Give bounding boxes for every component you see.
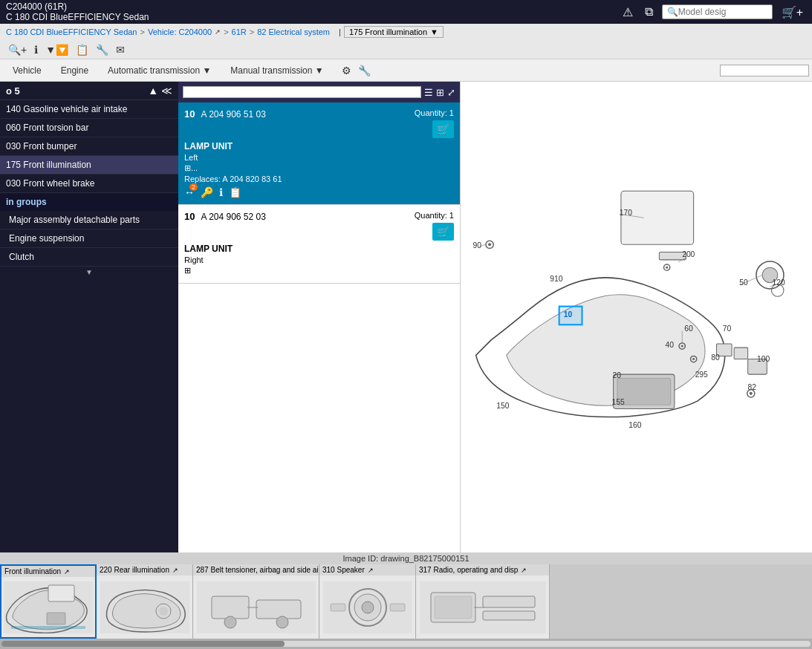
part-pos-1: 10 bbox=[184, 108, 195, 120]
add-to-cart-2[interactable]: 🛒 bbox=[432, 223, 454, 241]
sidebar-item-torsion[interactable]: 060 Front torsion bar bbox=[0, 119, 178, 137]
add-to-cart-1[interactable]: 🛒 bbox=[432, 120, 454, 138]
chevron-down-icon: ▼ bbox=[430, 27, 438, 36]
scrollbar-track bbox=[1, 641, 811, 647]
illumination-dropdown[interactable]: 175 Front illumination ▼ bbox=[344, 26, 444, 38]
svg-text:60: 60 bbox=[684, 324, 693, 333]
cart-button[interactable]: 🛒+ bbox=[779, 4, 806, 21]
svg-text:80: 80 bbox=[711, 353, 720, 362]
grid-view-icon[interactable]: ⊞ bbox=[436, 87, 444, 98]
thumb-item-4[interactable]: 310 Speaker ↗ bbox=[319, 564, 416, 639]
image-id-bar: Image ID: drawing_B82175000151 bbox=[0, 552, 812, 564]
main-layout: o 5 ▲ ≪ 140 Gasoline vehicle air intake … bbox=[0, 82, 812, 552]
parts-search-input[interactable] bbox=[183, 86, 421, 98]
svg-rect-63 bbox=[331, 604, 345, 611]
breadcrumb-link-1[interactable]: C 180 CDI BlueEFFICIENCY Sedan bbox=[6, 27, 137, 36]
info-button[interactable]: ℹ bbox=[32, 43, 40, 56]
part-grid-icon-2: ⊞ bbox=[184, 266, 454, 275]
sidebar-subitem-major-assembly[interactable]: Major assembly detachable parts bbox=[0, 211, 178, 229]
thumb-label-1: Front illumination ↗ bbox=[1, 566, 95, 577]
nav-icon-2[interactable]: 🔧 bbox=[356, 64, 373, 77]
breadcrumb-link-3[interactable]: 61R bbox=[232, 27, 247, 36]
thumb-item-2[interactable]: 220 Rear illumination ↗ bbox=[97, 564, 193, 639]
svg-text:50: 50 bbox=[739, 278, 748, 287]
info-action-btn[interactable]: ℹ bbox=[219, 186, 223, 198]
scrollbar-thumb[interactable] bbox=[1, 641, 285, 647]
section-label: in groups bbox=[6, 197, 47, 207]
top-bar-actions: ⚠ ⧉ 🔍 🛒+ bbox=[620, 4, 806, 21]
warning-button[interactable]: ⚠ bbox=[620, 4, 636, 21]
sidebar-item-label: 060 Front torsion bar bbox=[6, 123, 88, 133]
svg-text:160: 160 bbox=[629, 421, 641, 429]
bottom-strip: Image ID: drawing_B82175000151 Front ill… bbox=[0, 552, 812, 649]
model-search-box[interactable]: 🔍 bbox=[662, 4, 773, 19]
sidebar-item-bumper[interactable]: 030 Front bumper bbox=[0, 137, 178, 156]
nav-search-input[interactable] bbox=[720, 65, 809, 76]
thumb-img-4 bbox=[319, 575, 415, 639]
svg-point-62 bbox=[362, 601, 374, 613]
clipboard-button[interactable]: 📋 bbox=[74, 43, 91, 56]
svg-text:90: 90 bbox=[472, 241, 481, 250]
tab-vehicle[interactable]: Vehicle bbox=[3, 62, 51, 79]
thumb-label-4: 310 Speaker ↗ bbox=[319, 564, 415, 575]
sidebar-close-btn[interactable]: ≪ bbox=[161, 85, 172, 97]
svg-point-20 bbox=[750, 392, 753, 395]
mail-button[interactable]: ✉ bbox=[114, 43, 127, 56]
filter-button[interactable]: ▼🔽 bbox=[43, 43, 71, 56]
nav-icon-1[interactable]: ⚙ bbox=[340, 64, 354, 77]
tab-engine[interactable]: Engine bbox=[51, 62, 98, 79]
sidebar-subitem-clutch[interactable]: Clutch bbox=[0, 248, 178, 267]
parts-list-header: ☰ ⊞ ⤢ bbox=[178, 82, 460, 102]
scrollbar-area[interactable] bbox=[0, 639, 812, 649]
part-pos-2: 10 bbox=[184, 211, 195, 222]
sidebar-collapse-btn[interactable]: ▲ bbox=[148, 85, 158, 97]
zoom-in-button[interactable]: 🔍+ bbox=[6, 43, 29, 56]
part-card-1[interactable]: 10 A 204 906 51 03 Quantity: 1 🛒 LAMP UN… bbox=[178, 102, 460, 205]
svg-text:295: 295 bbox=[695, 371, 708, 379]
sidebar-subitem-label: Major assembly detachable parts bbox=[9, 215, 140, 225]
svg-rect-68 bbox=[483, 596, 535, 607]
part-replaces-1: Replaces: A 204 820 83 61 bbox=[184, 175, 454, 183]
svg-text:155: 155 bbox=[612, 398, 625, 406]
thumb-item-1[interactable]: Front illumination ↗ bbox=[0, 564, 97, 639]
sidebar-item-gasoline[interactable]: 140 Gasoline vehicle air intake bbox=[0, 100, 178, 119]
tool-button[interactable]: 🔧 bbox=[94, 43, 111, 56]
part-badge: 2 bbox=[189, 183, 198, 191]
key-action-btn[interactable]: 🔑 bbox=[201, 186, 213, 198]
diagram-svg: 90 170 200 50 120 910 60 70 40 80 100 29… bbox=[461, 82, 812, 552]
image-id-text: Image ID: drawing_B82175000151 bbox=[342, 554, 469, 563]
model-search-input[interactable] bbox=[678, 7, 767, 17]
expand-icon[interactable]: ⤢ bbox=[447, 87, 455, 98]
svg-text:20: 20 bbox=[613, 371, 622, 379]
sidebar-item-illumination[interactable]: 175 Front illumination bbox=[0, 156, 178, 175]
sidebar-item-brake[interactable]: 030 Front wheel brake bbox=[0, 175, 178, 193]
link-icon: ↗ bbox=[215, 28, 221, 36]
svg-point-16 bbox=[681, 345, 683, 348]
svg-rect-1 bbox=[621, 191, 694, 244]
part-card-2[interactable]: 10 A 204 906 52 03 Quantity: 1 🛒 LAMP UN… bbox=[178, 205, 460, 284]
breadcrumb-link-4[interactable]: 82 Electrical system bbox=[257, 27, 330, 36]
breadcrumb-link-2[interactable]: Vehicle: C204000 bbox=[148, 27, 212, 36]
vehicle-info: C204000 (61R) C 180 CDI BlueEFFICIENCY S… bbox=[6, 1, 149, 22]
svg-point-57 bbox=[276, 616, 288, 628]
sidebar-subitem-label: Engine suspension bbox=[9, 233, 84, 244]
svg-rect-49 bbox=[11, 626, 85, 629]
doc-action-btn[interactable]: 📋 bbox=[229, 186, 241, 198]
part-artnum-2: A 204 906 52 03 bbox=[201, 212, 265, 222]
tab-manual-transmission[interactable]: Manual transmission ▼ bbox=[221, 62, 333, 79]
tab-automatic-transmission[interactable]: Automatic transmission ▼ bbox=[98, 62, 221, 79]
top-bar: C204000 (61R) C 180 CDI BlueEFFICIENCY S… bbox=[0, 0, 812, 24]
thumb-img-5 bbox=[416, 575, 549, 639]
thumb-label-2: 220 Rear illumination ↗ bbox=[97, 564, 192, 575]
part-detail-1: Left bbox=[184, 153, 454, 162]
copy-button[interactable]: ⧉ bbox=[642, 4, 656, 20]
thumb-item-5[interactable]: 317 Radio, operating and disp ↗ bbox=[416, 564, 550, 639]
sidebar-scroll-down[interactable]: ▼ bbox=[0, 267, 178, 278]
search-icon: 🔍 bbox=[667, 7, 678, 17]
sidebar-subitem-engine-suspension[interactable]: Engine suspension bbox=[0, 229, 178, 248]
thumb-link-icon-2: ↗ bbox=[172, 567, 178, 574]
list-view-icon[interactable]: ☰ bbox=[424, 87, 433, 98]
thumb-item-3[interactable]: 287 Belt tensioner, airbag and side airb… bbox=[193, 564, 319, 639]
svg-point-18 bbox=[692, 358, 695, 360]
dropdown-label: 175 Front illumination bbox=[349, 27, 427, 36]
